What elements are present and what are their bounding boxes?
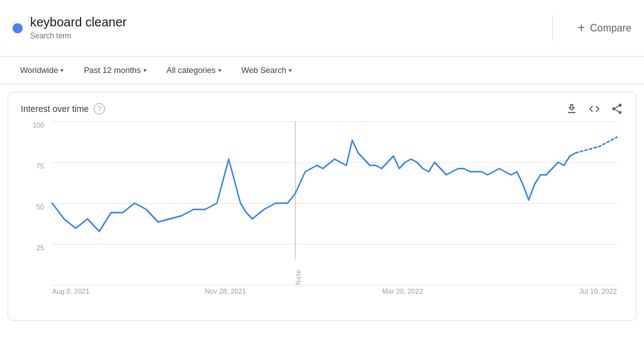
compare-plus-icon: +	[578, 21, 586, 35]
compare-label: Compare	[590, 23, 631, 34]
y-label-50: 50	[36, 203, 44, 211]
download-icon[interactable]	[565, 103, 578, 115]
chart-drawing-area: Note	[52, 121, 617, 285]
chart-container: 100 75 50 25 Note	[21, 121, 623, 310]
y-label-100: 100	[33, 121, 44, 129]
search-term-section: keyboard cleaner Search term	[13, 15, 553, 41]
x-label-nov: Nov 28, 2021	[205, 287, 246, 295]
search-term-title: keyboard cleaner	[30, 15, 126, 30]
filter-search-type[interactable]: Web Search ▾	[234, 62, 299, 79]
chart-section: Interest over time ? 100 75 50 25	[8, 92, 636, 321]
header: keyboard cleaner Search term + Compare	[0, 0, 644, 57]
chevron-down-icon: ▾	[218, 67, 221, 74]
x-label-aug: Aug 8, 2021	[52, 287, 89, 295]
search-term-subtitle: Search term	[30, 31, 71, 40]
x-label-jul: Jul 10, 2022	[579, 287, 617, 295]
filter-search-type-label: Web Search	[242, 65, 286, 75]
chart-title-area: Interest over time ?	[21, 103, 105, 114]
chevron-down-icon: ▾	[60, 67, 64, 74]
trend-polyline-dotted	[576, 137, 617, 153]
share-icon[interactable]	[611, 103, 623, 115]
trend-line-svg	[52, 121, 617, 285]
chart-actions	[565, 103, 623, 115]
chart-header: Interest over time ?	[21, 103, 623, 115]
chevron-down-icon: ▾	[143, 67, 147, 74]
filter-category-label: All categories	[167, 65, 216, 75]
compare-section[interactable]: + Compare	[553, 21, 632, 35]
filters-bar: Worldwide ▾ Past 12 months ▾ All categor…	[0, 57, 644, 84]
filter-category[interactable]: All categories ▾	[159, 62, 229, 79]
chart-title-text: Interest over time	[21, 104, 89, 114]
search-term-text: keyboard cleaner Search term	[30, 15, 126, 41]
filter-region-label: Worldwide	[20, 65, 58, 75]
help-icon[interactable]: ?	[94, 103, 105, 114]
y-label-25: 25	[36, 244, 44, 252]
filter-time[interactable]: Past 12 months ▾	[76, 62, 153, 79]
y-label-75: 75	[36, 162, 44, 170]
code-icon[interactable]	[588, 103, 601, 115]
x-label-mar: Mar 20, 2022	[382, 287, 423, 295]
term-color-dot	[13, 23, 23, 33]
grid-line-0	[52, 285, 617, 286]
filter-time-label: Past 12 months	[84, 65, 140, 75]
chevron-down-icon: ▾	[289, 67, 292, 74]
trend-polyline-solid	[52, 140, 576, 231]
x-axis: Aug 8, 2021 Nov 28, 2021 Mar 20, 2022 Ju…	[52, 287, 617, 310]
filter-region[interactable]: Worldwide ▾	[13, 62, 71, 79]
y-axis: 100 75 50 25	[21, 121, 49, 285]
